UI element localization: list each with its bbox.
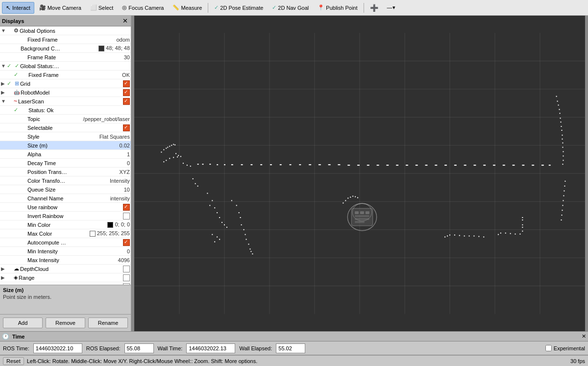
tree-item-fixed-frame-status[interactable]: ✓Fixed FrameOK: [0, 71, 131, 79]
interact-button[interactable]: ↖ Interact: [2, 2, 34, 14]
tree-item-ls-style[interactable]: StyleFlat Squares: [0, 132, 131, 141]
focus-camera-button[interactable]: ◎ Focus Camera: [118, 2, 168, 14]
experimental-checkbox[interactable]: [545, 345, 552, 351]
tree-item-ls-size[interactable]: Size (m)0.02: [0, 141, 131, 150]
add-toolbar-button[interactable]: ➕: [366, 2, 382, 14]
remove-button[interactable]: Remove: [46, 317, 85, 328]
tree-expand-global-status[interactable]: ▼: [1, 63, 7, 69]
publish-point-button[interactable]: 📍 Publish Point: [314, 2, 361, 14]
svg-rect-109: [221, 222, 222, 223]
svg-rect-54: [338, 164, 340, 165]
checkbox-robot-model[interactable]: [123, 89, 130, 96]
tree-item-ls-max-intensity[interactable]: Max Intensity4096: [0, 256, 131, 265]
resize-handle-right[interactable]: [585, 16, 588, 331]
tree-item-grid[interactable]: ▶✓⊞Grid: [0, 79, 131, 88]
tree-item-global-status[interactable]: ▼✓✓Global Status:…: [0, 62, 131, 71]
checkbox-ls-autocompute[interactable]: [123, 239, 130, 246]
svg-rect-41: [217, 164, 218, 165]
tree-item-ls-max-color[interactable]: Max Color255; 255; 255: [0, 229, 131, 238]
tree-item-ls-status[interactable]: ✓Status: Ok: [0, 106, 131, 115]
wall-time-input[interactable]: [186, 343, 235, 353]
tree-item-frame-rate[interactable]: Frame Rate30: [0, 53, 131, 62]
tree-expand-range1[interactable]: ▶: [1, 275, 7, 280]
nav-goal-button[interactable]: ✓ 2D Nav Goal: [268, 2, 313, 14]
move-camera-button[interactable]: 🎥 Move Camera: [35, 2, 85, 14]
tree-item-ls-autocompute[interactable]: Autocompute …: [0, 238, 131, 247]
checkbox-range1[interactable]: [123, 274, 130, 281]
svg-rect-144: [355, 215, 369, 217]
svg-rect-20: [166, 160, 167, 161]
wall-elapsed-input[interactable]: [276, 343, 305, 353]
tree-expand-grid[interactable]: ▶: [1, 81, 7, 86]
tree-item-ls-channel[interactable]: Channel Nameintensity: [0, 194, 131, 203]
rename-button[interactable]: Rename: [88, 317, 128, 328]
svg-rect-88: [563, 143, 564, 144]
tree-item-global-options[interactable]: ▼⚙Global Options: [0, 26, 131, 35]
tree-expand-robot-model[interactable]: ▶: [1, 90, 7, 95]
pose-estimate-button[interactable]: ✓ 2D Pose Estimate: [210, 2, 267, 14]
svg-rect-70: [493, 165, 495, 166]
svg-rect-90: [563, 151, 564, 152]
svg-rect-108: [219, 217, 220, 218]
tree-item-ls-decay[interactable]: Decay Time0: [0, 159, 131, 168]
tree-item-depth-cloud[interactable]: ▶☁DepthCloud: [0, 265, 131, 273]
tree-expand-depth-cloud[interactable]: ▶: [1, 266, 7, 271]
tree-item-range1[interactable]: ▶◈Range: [0, 273, 131, 282]
more-button[interactable]: —▾: [383, 2, 399, 14]
add-button[interactable]: Add: [3, 317, 43, 328]
svg-rect-102: [561, 220, 562, 220]
tree-item-ls-color-trans[interactable]: Color Transfo…Intensity: [0, 176, 131, 185]
range-icon: ◈: [14, 274, 18, 281]
tree-item-ls-topic[interactable]: Topic/pepper_robot/laser: [0, 115, 131, 123]
viewport[interactable]: [134, 16, 585, 331]
tree-item-ls-min-color[interactable]: Min Color0; 0; 0: [0, 220, 131, 229]
select-button[interactable]: ⬜ Select: [86, 2, 118, 14]
tree-item-robot-model[interactable]: ▶🤖RobotModel: [0, 88, 131, 97]
checkbox-depth-cloud[interactable]: [123, 266, 130, 272]
tree-item-ls-rainbow[interactable]: Use rainbow: [0, 203, 131, 212]
checkbox-grid[interactable]: [123, 80, 130, 87]
displays-close-button[interactable]: ✕: [122, 18, 129, 24]
ros-elapsed-input[interactable]: [124, 343, 154, 353]
tree-expand-global-options[interactable]: ▼: [1, 28, 7, 33]
svg-rect-48: [280, 164, 282, 165]
reset-button[interactable]: Reset: [3, 357, 24, 365]
checkbox-ls-rainbow[interactable]: [123, 204, 130, 211]
tree-item-ls-alpha[interactable]: Alpha1: [0, 150, 131, 159]
time-close-button[interactable]: ✕: [582, 333, 586, 340]
tree-label-ls-max-intensity: Max Intensity: [27, 257, 118, 263]
tree-item-laser-scan[interactable]: ▼~LaserScan: [0, 97, 131, 106]
focus-camera-icon: ◎: [122, 4, 127, 11]
tree-item-ls-min-intensity[interactable]: Min Intensity0: [0, 247, 131, 256]
svg-rect-80: [559, 109, 560, 110]
checkbox-laser-scan[interactable]: [123, 98, 130, 105]
tree-item-ls-invert[interactable]: Invert Rainbow: [0, 212, 131, 220]
tree-expand-laser-scan[interactable]: ▼: [1, 98, 7, 104]
grid-icon: ⊞: [15, 80, 19, 87]
time-fields: ROS Time: ROS Elapsed: Wall Time: Wall E…: [0, 342, 588, 355]
tree-area[interactable]: ▼⚙Global OptionsFixed FrameodomBackgroun…: [0, 26, 131, 285]
tree-label-ls-min-intensity: Min Intensity: [27, 248, 127, 254]
svg-rect-81: [560, 113, 561, 114]
ros-time-input[interactable]: [33, 343, 82, 353]
svg-rect-103: [207, 193, 208, 194]
svg-rect-26: [187, 165, 188, 166]
checkbox-ls-selectable[interactable]: [123, 124, 130, 131]
tree-item-fixed-frame[interactable]: Fixed Frameodom: [0, 35, 131, 44]
tree-item-background-color[interactable]: Background C…48; 48; 48: [0, 44, 131, 53]
time-bar-header: 🕐 Time ✕: [0, 332, 588, 342]
measure-button[interactable]: 📏 Measure: [169, 2, 206, 14]
svg-rect-162: [498, 234, 499, 235]
svg-rect-105: [209, 205, 210, 206]
svg-rect-83: [561, 122, 562, 122]
tree-item-ls-pos-trans[interactable]: Position Trans…XYZ: [0, 168, 131, 176]
tree-label-ls-rainbow: Use rainbow: [27, 204, 123, 210]
svg-rect-68: [473, 165, 476, 166]
tree-item-ls-queue[interactable]: Queue Size10: [0, 185, 131, 194]
tree-label-ls-status: Status: Ok: [28, 107, 130, 113]
tree-item-ls-selectable[interactable]: Selectable: [0, 123, 131, 132]
plus-icon: ➕: [370, 4, 378, 12]
nav-goal-label: 2D Nav Goal: [278, 5, 309, 11]
publish-point-icon: 📍: [318, 4, 324, 11]
checkbox-ls-invert[interactable]: [123, 213, 130, 220]
